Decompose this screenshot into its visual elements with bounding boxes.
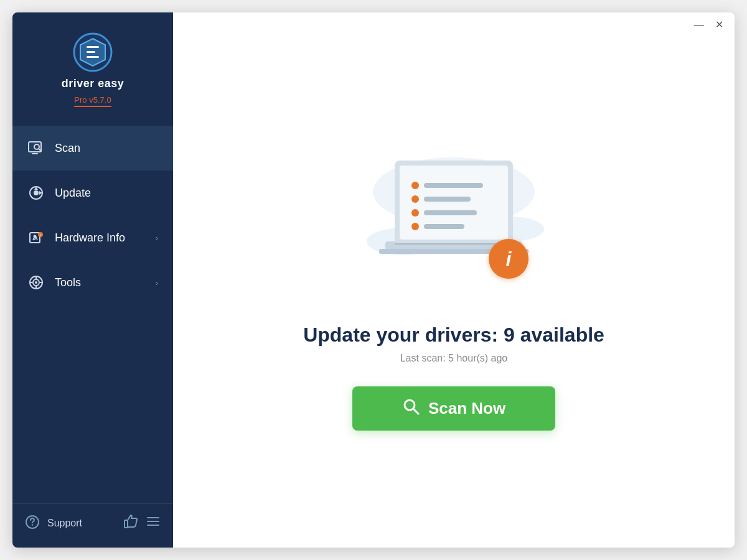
svg-point-41 bbox=[411, 223, 419, 230]
svg-rect-38 bbox=[424, 197, 471, 202]
scan-now-button[interactable]: Scan Now bbox=[352, 386, 555, 431]
app-logo-icon bbox=[73, 32, 113, 72]
svg-line-45 bbox=[413, 409, 418, 414]
svg-rect-36 bbox=[424, 183, 483, 188]
scan-btn-icon bbox=[402, 398, 420, 419]
scan-now-label: Scan Now bbox=[428, 399, 505, 418]
hardware-info-chevron-icon: › bbox=[156, 233, 158, 243]
svg-rect-3 bbox=[87, 51, 95, 53]
svg-rect-40 bbox=[424, 210, 477, 215]
support-item[interactable]: Support bbox=[25, 515, 82, 532]
svg-point-17 bbox=[35, 281, 37, 284]
sidebar-nav: Scan Update bbox=[12, 126, 173, 503]
main-content: i Update your drivers: 9 available Last … bbox=[173, 12, 735, 548]
app-version: Pro v5.7.0 bbox=[74, 95, 111, 107]
tools-icon bbox=[27, 274, 45, 291]
sidebar-item-hardware-info-label: Hardware Info bbox=[55, 231, 146, 245]
svg-point-35 bbox=[411, 182, 419, 189]
update-icon bbox=[27, 184, 45, 202]
svg-point-39 bbox=[411, 209, 419, 217]
sidebar-item-hardware-info[interactable]: i Hardware Info › bbox=[12, 215, 173, 260]
info-badge: i bbox=[489, 239, 529, 279]
sidebar-item-tools-label: Tools bbox=[55, 276, 146, 289]
sidebar-item-tools[interactable]: Tools › bbox=[12, 260, 173, 305]
bottom-icons bbox=[123, 514, 161, 533]
svg-point-23 bbox=[32, 524, 33, 525]
hero-illustration: i bbox=[348, 129, 560, 304]
app-window: — ✕ driver easy Pro v5.7.0 bbox=[12, 12, 735, 548]
scan-icon bbox=[27, 139, 45, 157]
menu-button[interactable] bbox=[146, 514, 161, 533]
svg-rect-2 bbox=[87, 46, 99, 48]
svg-rect-42 bbox=[424, 224, 464, 229]
svg-point-10 bbox=[34, 190, 39, 195]
svg-rect-24 bbox=[125, 520, 128, 528]
main-layout: driver easy Pro v5.7.0 Scan bbox=[12, 12, 735, 548]
tools-chevron-icon: › bbox=[156, 278, 158, 287]
minimize-button[interactable]: — bbox=[694, 20, 704, 30]
svg-rect-6 bbox=[32, 153, 38, 154]
sidebar-item-scan[interactable]: Scan bbox=[12, 126, 173, 170]
sidebar-item-update-label: Update bbox=[55, 187, 158, 200]
close-button[interactable]: ✕ bbox=[715, 20, 723, 30]
last-scan-text: Last scan: 5 hour(s) ago bbox=[400, 353, 508, 364]
hardware-icon: i bbox=[27, 229, 45, 246]
sidebar-logo: driver easy Pro v5.7.0 bbox=[12, 12, 173, 119]
support-icon bbox=[25, 515, 40, 532]
svg-point-37 bbox=[411, 195, 419, 203]
support-label: Support bbox=[47, 518, 82, 529]
sidebar-bottom: Support bbox=[12, 503, 173, 548]
app-name: driver easy bbox=[62, 77, 125, 90]
svg-rect-4 bbox=[87, 56, 99, 58]
sidebar-item-scan-label: Scan bbox=[55, 142, 158, 155]
thumbs-up-button[interactable] bbox=[123, 514, 138, 533]
sidebar-item-update[interactable]: Update bbox=[12, 170, 173, 215]
sidebar: driver easy Pro v5.7.0 Scan bbox=[12, 12, 173, 548]
main-heading: Update your drivers: 9 available bbox=[303, 324, 604, 347]
titlebar: — ✕ bbox=[683, 12, 735, 37]
